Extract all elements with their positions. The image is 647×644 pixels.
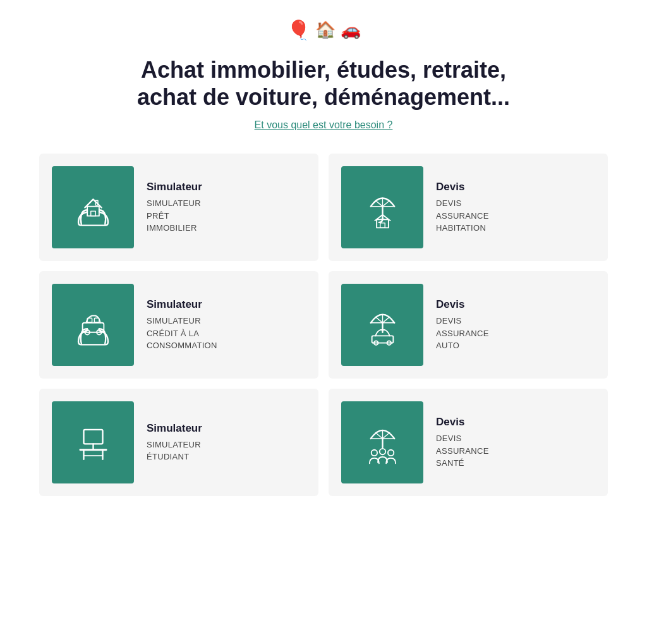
svg-rect-22 — [372, 336, 393, 343]
desk-icon — [70, 419, 117, 466]
svg-line-36 — [382, 432, 389, 438]
card-sublabel: DEVISASSURANCESANTÉ — [436, 432, 489, 470]
main-title: Achat immobilier, études, retraite, acha… — [137, 56, 510, 111]
house-icon: 🏠 — [315, 20, 336, 40]
card-label: Devis — [436, 416, 489, 428]
cards-row-3: Simulateur SIMULATEURÉTUDIANT — [39, 389, 608, 496]
card-simulateur-etudiant[interactable]: Simulateur SIMULATEURÉTUDIANT — [39, 389, 318, 496]
balloon-icon: 🎈 — [287, 19, 310, 41]
card-text-simulateur-credit: Simulateur SIMULATEURCRÉDIT À LACONSOMMA… — [147, 298, 217, 352]
svg-line-7 — [375, 200, 382, 206]
icon-box-car-hands — [52, 284, 134, 366]
card-label: Simulateur — [147, 422, 202, 435]
umbrella-car-icon — [359, 301, 406, 349]
svg-point-39 — [387, 450, 393, 456]
svg-rect-25 — [83, 430, 102, 444]
card-label: Devis — [436, 298, 489, 311]
card-sublabel: SIMULATEURCRÉDIT À LACONSOMMATION — [147, 315, 217, 352]
card-label: Simulateur — [147, 181, 202, 193]
svg-line-35 — [375, 432, 382, 438]
umbrella-people-icon — [359, 419, 406, 466]
card-devis-assurance-sante[interactable]: Devis DEVISASSURANCESANTÉ — [329, 389, 608, 496]
page-wrapper: 🎈 🏠 🚗 Achat immobilier, études, retraite… — [39, 19, 608, 496]
icon-box-house-hands — [52, 166, 134, 248]
card-simulateur-credit-consommation[interactable]: Simulateur SIMULATEURCRÉDIT À LACONSOMMA… — [39, 271, 318, 379]
card-sublabel: DEVISASSURANCEHABITATION — [436, 197, 489, 234]
header-icons: 🎈 🏠 🚗 — [287, 19, 361, 41]
svg-point-37 — [371, 450, 377, 456]
card-sublabel: DEVISASSURANCEAUTO — [436, 315, 489, 352]
svg-point-38 — [379, 449, 385, 454]
subtitle-link[interactable]: Et vous quel est votre besoin ? — [255, 119, 393, 131]
card-sublabel: SIMULATEURPRÊTIMMOBILIER — [147, 197, 202, 234]
icon-box-desk — [52, 401, 134, 483]
car-hands-icon — [70, 301, 117, 349]
icon-box-umbrella-house — [341, 166, 423, 248]
card-text-devis-habitation: Devis DEVISASSURANCEHABITATION — [436, 181, 489, 234]
card-devis-assurance-auto[interactable]: Devis DEVISASSURANCEAUTO — [329, 271, 608, 379]
house-hands-icon — [70, 184, 117, 231]
cards-row-1: Simulateur SIMULATEURPRÊTIMMOBILIER — [39, 154, 608, 261]
card-devis-assurance-habitation[interactable]: Devis DEVISASSURANCEHABITATION — [329, 154, 608, 261]
card-label: Devis — [436, 181, 489, 193]
card-sublabel: SIMULATEURÉTUDIANT — [147, 439, 202, 463]
icon-box-umbrella-car — [341, 284, 423, 366]
svg-line-8 — [382, 200, 389, 206]
cards-grid: Simulateur SIMULATEURPRÊTIMMOBILIER — [39, 154, 608, 496]
svg-line-21 — [382, 317, 389, 322]
card-text-devis-auto: Devis DEVISASSURANCEAUTO — [436, 298, 489, 352]
svg-rect-1 — [90, 211, 95, 216]
card-label: Simulateur — [147, 298, 217, 311]
icon-box-umbrella-people — [341, 401, 423, 483]
car-icon: 🚗 — [341, 20, 361, 40]
umbrella-house-icon — [359, 184, 406, 231]
card-text-simulateur-pret: Simulateur SIMULATEURPRÊTIMMOBILIER — [147, 181, 202, 234]
card-text-simulateur-etudiant: Simulateur SIMULATEURÉTUDIANT — [147, 422, 202, 463]
svg-line-20 — [375, 317, 382, 322]
card-text-devis-sante: Devis DEVISASSURANCESANTÉ — [436, 416, 489, 470]
card-simulateur-pret-immobilier[interactable]: Simulateur SIMULATEURPRÊTIMMOBILIER — [39, 154, 318, 261]
cards-row-2: Simulateur SIMULATEURCRÉDIT À LACONSOMMA… — [39, 271, 608, 379]
svg-rect-10 — [380, 223, 385, 228]
